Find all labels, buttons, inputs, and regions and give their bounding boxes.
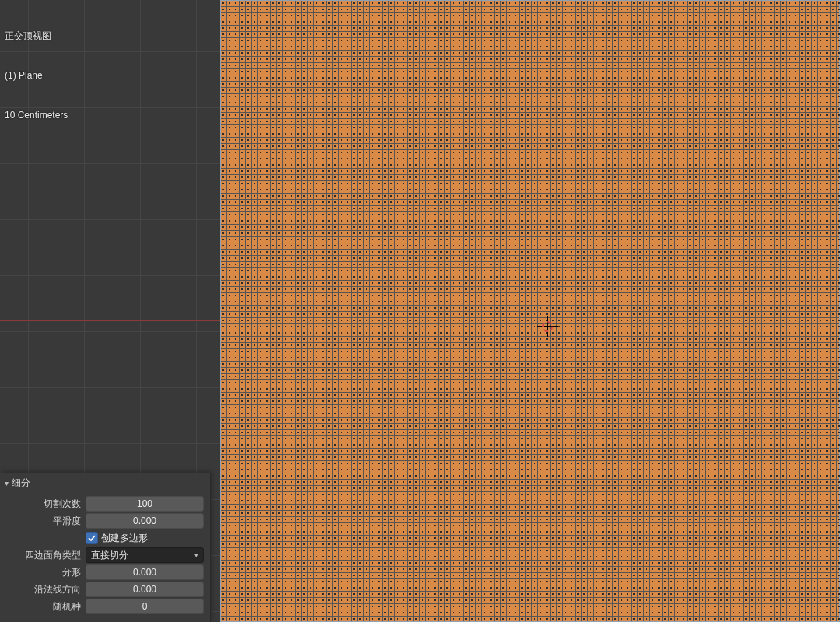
row-cuts: 切割次数 100 <box>6 496 204 512</box>
row-seed: 随机种 0 <box>6 599 204 614</box>
check-icon <box>88 534 96 542</box>
overlay-view-name: 正交顶视图 <box>5 30 68 43</box>
row-fractal: 分形 0.000 <box>6 564 204 580</box>
smooth-label: 平滑度 <box>6 515 86 528</box>
ngon-label: 创建多边形 <box>101 532 148 545</box>
row-along-normal: 沿法线方向 0.000 <box>6 582 204 597</box>
cuts-field[interactable]: 100 <box>86 496 204 512</box>
seed-field[interactable]: 0 <box>86 599 204 614</box>
operator-panel-title: 细分 <box>12 477 30 490</box>
subdivided-plane-mesh[interactable] <box>220 0 840 622</box>
quadcorner-select[interactable]: 直接切分 ▾ <box>86 547 204 563</box>
fractal-field[interactable]: 0.000 <box>86 564 204 580</box>
quadcorner-label: 四边面角类型 <box>6 549 86 562</box>
disclosure-triangle-icon: ▾ <box>5 479 9 487</box>
operator-panel-body: 切割次数 100 平滑度 0.000 创建多边形 四边面角类型 直接切分 ▾ <box>0 493 210 622</box>
chevron-down-icon: ▾ <box>194 548 198 562</box>
cuts-label: 切割次数 <box>6 498 86 511</box>
quadcorner-value: 直接切分 <box>91 548 128 562</box>
row-ngon: 创建多边形 <box>6 530 204 546</box>
seed-label: 随机种 <box>6 600 86 613</box>
smooth-field[interactable]: 0.000 <box>86 513 204 529</box>
row-quadcorner: 四边面角类型 直接切分 ▾ <box>6 547 204 563</box>
overlay-object-name: (1) Plane <box>5 69 68 82</box>
fractal-label: 分形 <box>6 566 86 579</box>
operator-panel-header[interactable]: ▾ 细分 <box>0 473 210 493</box>
row-smooth: 平滑度 0.000 <box>6 513 204 529</box>
along-normal-field[interactable]: 0.000 <box>86 582 204 597</box>
overlay-scale: 10 Centimeters <box>5 109 68 122</box>
viewport-overlay-text: 正交顶视图 (1) Plane 10 Centimeters <box>5 3 68 135</box>
operator-panel: ▾ 细分 切割次数 100 平滑度 0.000 创建多边形 四边面角类型 <box>0 473 211 622</box>
ngon-checkbox[interactable] <box>86 532 98 544</box>
along-normal-label: 沿法线方向 <box>6 583 86 596</box>
